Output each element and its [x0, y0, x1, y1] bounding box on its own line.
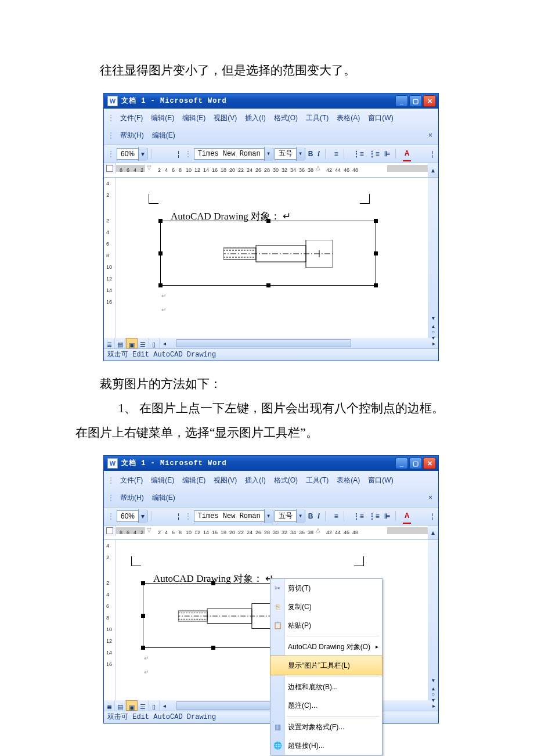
tab-selector[interactable] — [104, 525, 116, 536]
menu-edit-3[interactable]: 编辑(E) — [149, 489, 179, 506]
zoom-select[interactable]: 60% ▾ — [117, 510, 147, 522]
italic-button[interactable]: I — [316, 147, 321, 161]
menu-help[interactable]: 帮助(H) — [117, 127, 147, 143]
font-size-select[interactable]: 五号 ▾ — [275, 510, 305, 522]
resize-handle[interactable] — [141, 614, 145, 618]
hruler-scale[interactable]: 8 6 4 2 ▽ 2 4 6 8 10 12 14 16 18 20 22 2… — [116, 163, 428, 174]
browse-object-icon[interactable]: ▴ — [432, 321, 435, 326]
menu-format[interactable]: 格式(O) — [270, 110, 301, 126]
menu-edit-2[interactable]: 编辑(E) — [179, 472, 209, 488]
font-color-button[interactable]: A — [403, 146, 412, 161]
ctx-autocad-object[interactable]: AutoCAD Drawing 对象(O) ▸ — [270, 638, 382, 656]
tab-selector[interactable] — [104, 163, 116, 174]
minimize-button[interactable]: _ — [395, 458, 408, 469]
resize-handle[interactable] — [374, 283, 378, 287]
scroll-down-icon[interactable]: ▾ — [428, 312, 438, 321]
resize-handle[interactable] — [211, 646, 215, 650]
bullets-button[interactable]: ⋮≡ — [367, 509, 381, 523]
ctx-borders[interactable]: 边框和底纹(B)... — [270, 678, 382, 696]
menu-window[interactable]: 窗口(W) — [365, 110, 396, 126]
menu-view[interactable]: 视图(V) — [210, 110, 240, 126]
indent-button[interactable]: ⊫ — [383, 509, 392, 523]
ctx-format-object[interactable]: ▥ 设置对象格式(F)... — [270, 718, 382, 736]
hscrollbar[interactable] — [169, 338, 429, 348]
close-button[interactable]: ✕ — [423, 95, 436, 107]
scroll-left-icon[interactable]: ◂ — [160, 700, 169, 711]
ctx-paste[interactable]: 📋 粘贴(P) — [270, 616, 382, 635]
vscrollbar[interactable]: ▾ ▴ ○ ▾ — [428, 178, 438, 338]
page[interactable]: AutoCAD Drawing 对象： ↵ — [116, 178, 428, 338]
scroll-down-icon[interactable]: ▾ — [428, 675, 438, 683]
autocad-object[interactable] — [143, 583, 283, 648]
view-outline-button[interactable]: ☰ — [138, 338, 149, 348]
ctx-show-picture-toolbar[interactable]: 显示“图片”工具栏(L) — [270, 656, 383, 675]
scroll-left-icon[interactable]: ◂ — [160, 338, 169, 348]
numbering-button[interactable]: ⋮≡ — [351, 509, 366, 523]
menu-file[interactable]: 文件(F) — [117, 472, 146, 488]
resize-handle[interactable] — [374, 251, 378, 255]
view-outline-button[interactable]: ☰ — [138, 700, 149, 711]
maximize-button[interactable]: ▢ — [409, 458, 422, 469]
font-size-select[interactable]: 五号 ▾ — [275, 148, 305, 160]
menu-tools[interactable]: 工具(T) — [302, 472, 332, 488]
menu-table[interactable]: 表格(A) — [333, 472, 363, 488]
document-close-button[interactable]: × — [425, 128, 436, 142]
view-web-button[interactable]: ▤ — [115, 338, 126, 348]
bold-button[interactable]: B — [306, 509, 315, 523]
browse-object-icon[interactable]: ▾ — [432, 694, 435, 700]
view-print-button[interactable]: ▣ — [126, 338, 138, 348]
menu-edit[interactable]: 编辑(E) — [147, 472, 178, 488]
align-button[interactable]: ≡ — [333, 147, 340, 161]
menu-edit-3[interactable]: 编辑(E) — [149, 127, 179, 143]
menu-edit-2[interactable]: 编辑(E) — [179, 110, 209, 126]
toolbar-options-icon[interactable]: ¦ — [429, 509, 436, 523]
vruler[interactable]: 4 2 2 4 6 8 10 12 14 16 — [104, 178, 116, 338]
document-close-button[interactable]: × — [425, 491, 436, 505]
browse-select-icon[interactable]: ○ — [431, 326, 435, 332]
ctx-copy[interactable]: ⎘ 复制(C) — [270, 597, 382, 616]
resize-handle[interactable] — [158, 219, 163, 223]
scroll-right-icon[interactable]: ▸ — [429, 338, 438, 348]
ctx-cut[interactable]: ✂ 剪切(T) — [270, 579, 382, 597]
font-color-button[interactable]: A — [403, 509, 412, 524]
scroll-up-icon[interactable]: ▴ — [428, 525, 438, 539]
menu-format[interactable]: 格式(O) — [270, 472, 301, 488]
ctx-caption[interactable]: 题注(C)... — [270, 696, 382, 715]
align-button[interactable]: ≡ — [333, 509, 340, 523]
autocad-object[interactable] — [160, 221, 376, 286]
menu-help[interactable]: 帮助(H) — [117, 489, 147, 506]
view-print-button[interactable]: ▣ — [126, 700, 138, 711]
ctx-hyperlink[interactable]: 🌐 超链接(H)... — [270, 736, 382, 755]
italic-button[interactable]: I — [316, 509, 321, 523]
bold-button[interactable]: B — [306, 147, 315, 161]
toolbar-options-icon[interactable]: ¦ — [429, 147, 436, 161]
resize-handle[interactable] — [266, 283, 270, 287]
resize-handle[interactable] — [158, 251, 163, 255]
menu-insert[interactable]: 插入(I) — [241, 472, 269, 488]
menu-table[interactable]: 表格(A) — [333, 110, 363, 126]
menu-edit[interactable]: 编辑(E) — [147, 110, 178, 126]
minimize-button[interactable]: _ — [395, 95, 408, 107]
maximize-button[interactable]: ▢ — [409, 95, 422, 107]
view-reading-button[interactable]: ▯ — [149, 700, 160, 711]
scroll-up-icon[interactable]: ▴ — [428, 163, 438, 177]
browse-select-icon[interactable]: ○ — [431, 689, 435, 694]
menu-view[interactable]: 视图(V) — [210, 472, 240, 488]
view-reading-button[interactable]: ▯ — [149, 338, 160, 348]
menu-insert[interactable]: 插入(I) — [241, 110, 269, 126]
view-web-button[interactable]: ▤ — [115, 700, 126, 711]
menu-file[interactable]: 文件(F) — [117, 110, 146, 126]
menu-tools[interactable]: 工具(T) — [302, 110, 332, 126]
toolbar-options-icon[interactable]: ¦ — [175, 509, 182, 523]
indent-button[interactable]: ⊫ — [383, 147, 392, 161]
resize-handle[interactable] — [266, 219, 270, 223]
resize-handle[interactable] — [141, 581, 145, 585]
browse-object-icon[interactable]: ▾ — [432, 332, 435, 338]
vscrollbar[interactable]: ▾ ▴ ○ ▾ — [428, 540, 438, 700]
numbering-button[interactable]: ⋮≡ — [351, 147, 366, 161]
resize-handle[interactable] — [211, 581, 215, 585]
resize-handle[interactable] — [374, 219, 378, 223]
vruler[interactable]: 4 2 2 4 6 8 10 12 14 16 — [104, 540, 116, 700]
zoom-select[interactable]: 60% ▾ — [117, 148, 147, 160]
close-button[interactable]: ✕ — [423, 458, 436, 469]
